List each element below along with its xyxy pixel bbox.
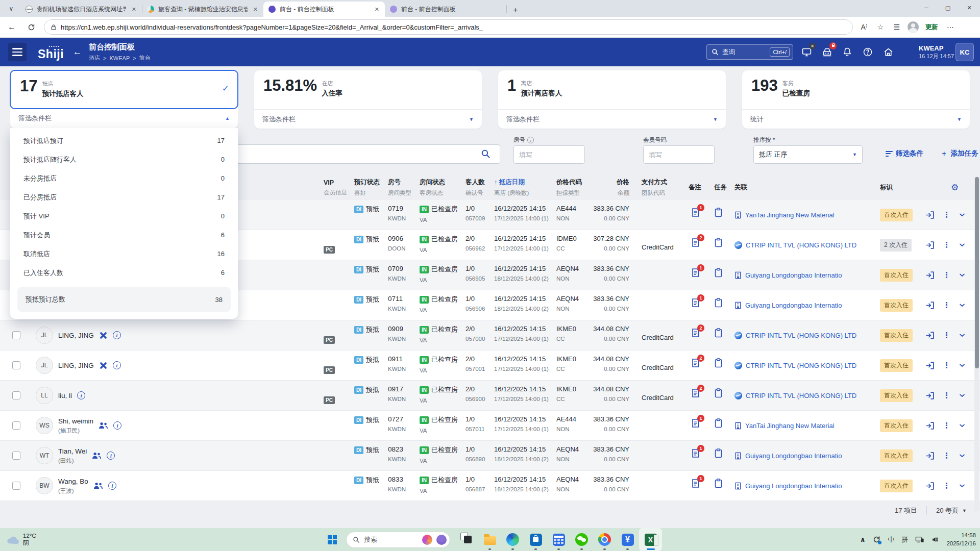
check-in-icon[interactable]	[925, 451, 935, 461]
clipboard-icon[interactable]	[714, 238, 723, 247]
tab-close-icon[interactable]: ✕	[130, 6, 138, 13]
check-in-icon[interactable]	[925, 481, 935, 491]
info-icon[interactable]: i	[113, 361, 121, 369]
user-avatar[interactable]: KC	[955, 43, 974, 61]
tab-search-chevron-icon[interactable]: ∨	[4, 2, 18, 16]
clipboard-icon[interactable]	[714, 388, 723, 398]
company-link[interactable]: Guiyang Longdongbao Internatio	[745, 452, 842, 460]
row-checkbox[interactable]	[12, 421, 20, 430]
company-link[interactable]: Guiyang Longdongbao Internatio	[745, 271, 842, 279]
room-number[interactable]: 0833	[388, 475, 418, 483]
col-reservation-status[interactable]: 预订状态喜好	[352, 178, 386, 197]
check-in-icon[interactable]	[925, 391, 935, 400]
new-tab-button[interactable]: +	[509, 3, 522, 15]
expand-chevron-icon[interactable]	[958, 391, 966, 399]
refresh-icon[interactable]	[23, 19, 39, 35]
taskbar-clock[interactable]: 14:58 2025/12/16	[946, 532, 976, 547]
browser-tab-4[interactable]: 前台 - 前台控制面板	[385, 2, 506, 17]
guest-name[interactable]: Tian, Wei	[58, 447, 87, 455]
expand-chevron-icon[interactable]	[958, 421, 966, 430]
col-tag[interactable]: 标识	[878, 183, 921, 192]
clipboard-icon[interactable]	[714, 208, 723, 217]
guest-name[interactable]: Wang, Bo	[58, 478, 88, 485]
page-size-select[interactable]: 20 每页 ▼	[927, 506, 967, 515]
cashier-icon[interactable]	[820, 45, 834, 59]
row-menu-kebab-icon[interactable]: ⋮	[943, 421, 950, 430]
task-view-button[interactable]	[455, 528, 478, 551]
table-row[interactable]: JL LING, JING i PC DI预抵 0909 KWDN IN已检查房…	[0, 320, 980, 350]
card-inspected-rooms[interactable]: 193 客房 已检查房 统计 ▼	[742, 70, 970, 129]
row-menu-kebab-icon[interactable]: ⋮	[943, 331, 950, 340]
room-number[interactable]: 0823	[388, 445, 418, 453]
scrollbar-thumb[interactable]	[975, 177, 979, 368]
check-in-icon[interactable]	[925, 300, 935, 310]
notes-icon[interactable]: 1	[691, 479, 700, 490]
check-in-icon[interactable]	[925, 331, 935, 340]
connected-rooms-icon[interactable]	[99, 361, 108, 370]
back-icon[interactable]: ←	[4, 19, 19, 35]
breadcrumb-property[interactable]: KWEAP	[110, 55, 130, 61]
dropdown-stat-item[interactable]: 预计抵店随行客人 0	[10, 150, 238, 169]
sync-icon[interactable]	[872, 536, 880, 544]
company-link[interactable]: CTRIP INTL TVL (HONG KONG) LTD	[746, 241, 856, 249]
col-company[interactable]: 关联	[732, 183, 878, 192]
row-menu-kebab-icon[interactable]: ⋮	[943, 270, 950, 280]
windows-start-button[interactable]	[328, 535, 337, 544]
col-payment[interactable]: 支付方式团队代码	[634, 178, 687, 197]
tray-chevron-up-icon[interactable]: ∧	[860, 536, 866, 543]
wechat-button[interactable]	[570, 528, 593, 551]
info-icon[interactable]: i	[107, 452, 115, 460]
help-icon[interactable]	[861, 45, 875, 59]
info-icon[interactable]: i	[113, 331, 121, 339]
url-text[interactable]: https://cn1.web.ep.shiji.world/individua…	[61, 23, 483, 31]
guest-name[interactable]: LING, JING	[58, 332, 94, 339]
finance-app-button[interactable]: ¥	[616, 528, 639, 551]
browser-menu-icon[interactable]: ⋯	[943, 20, 958, 34]
collections-icon[interactable]: ☰	[890, 20, 904, 34]
notes-icon[interactable]: 2	[691, 358, 700, 370]
browser-tab-2[interactable]: 旅客查询 - 紫楠旅馆业治安信息管 ✕	[142, 2, 263, 17]
clipboard-icon[interactable]	[714, 479, 723, 488]
page-back-icon[interactable]: ←	[73, 47, 82, 57]
room-number[interactable]: 0909	[388, 325, 418, 333]
room-number[interactable]: 0917	[388, 385, 418, 393]
row-menu-kebab-icon[interactable]: ⋮	[943, 210, 950, 219]
breadcrumb-frontdesk[interactable]: 前台	[139, 54, 151, 62]
browser-tab-3-active[interactable]: 前台 - 前台控制面板 ✕	[263, 2, 385, 17]
bell-icon[interactable]	[840, 45, 854, 59]
col-price[interactable]: 价格余额	[587, 178, 634, 197]
notes-icon[interactable]: 2	[691, 238, 700, 249]
connected-rooms-icon[interactable]	[99, 331, 108, 340]
card-filter-bar[interactable]: 筛选条件栏 ▼	[254, 109, 482, 129]
file-explorer-button[interactable]	[478, 528, 501, 551]
company-link[interactable]: CTRIP INTL TVL (HONG KONG) LTD	[746, 362, 856, 369]
tab-close-icon[interactable]: ✕	[373, 6, 381, 13]
expand-chevron-icon[interactable]	[958, 271, 966, 279]
search-icon[interactable]	[481, 149, 491, 159]
check-in-icon[interactable]	[925, 361, 935, 370]
guest-name[interactable]: Shi, weimin	[58, 417, 93, 425]
col-rate-code[interactable]: 价格代码担保类型	[554, 178, 587, 197]
table-row[interactable]: LL liu, li i PC DI预抵 0917 KWDN IN已检查房 VA…	[0, 381, 980, 411]
column-settings-gear-icon[interactable]: ⚙	[921, 182, 980, 193]
card-departures[interactable]: 1 离店 预计离店客人 筛选条件栏 ▼	[498, 70, 726, 129]
expand-chevron-icon[interactable]	[958, 452, 966, 460]
workstation-icon[interactable]: ✕	[799, 45, 814, 59]
home-icon[interactable]	[881, 45, 895, 59]
col-vip[interactable]: VIP会员信息	[322, 179, 352, 196]
row-menu-kebab-icon[interactable]: ⋮	[943, 481, 950, 490]
dropdown-stat-item[interactable]: 已入住客人数 6	[10, 263, 238, 282]
dropdown-stat-item[interactable]: 取消抵店 16	[10, 244, 238, 263]
room-number[interactable]: 0727	[388, 415, 418, 423]
card-occupancy[interactable]: 15.81% 在店 入住率 筛选条件栏 ▼	[254, 70, 482, 129]
calculator-button[interactable]	[547, 528, 570, 551]
add-task-button[interactable]: ＋ 添加任务	[941, 149, 978, 158]
info-icon[interactable]: i	[108, 482, 116, 490]
clipboard-icon[interactable]	[714, 448, 723, 458]
table-row[interactable]: WT Tian, Wei (田炜) i DI预抵 0823 KWDN IN已检查…	[0, 441, 980, 471]
ime-language-button[interactable]: 中	[888, 535, 894, 544]
table-row[interactable]: BW Wang, Bo (王波) i DI预抵 0833 KWDN IN已检查房…	[0, 471, 980, 501]
row-menu-kebab-icon[interactable]: ⋮	[943, 361, 950, 370]
notes-icon[interactable]: 1	[691, 208, 700, 219]
table-row[interactable]: JL LING, JING i PC DI预抵 0911 KWDN IN已检查房…	[0, 350, 980, 381]
